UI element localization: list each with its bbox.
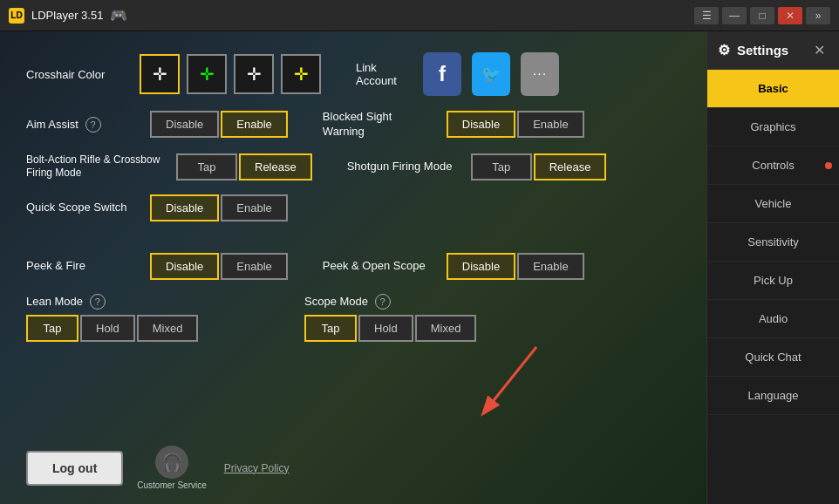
twitter-btn[interactable]: 🐦 [472, 52, 510, 96]
aim-assist-toggle: Disable Enable [150, 111, 288, 138]
blocked-sight-enable[interactable]: Enable [517, 111, 583, 138]
logout-button[interactable]: Log out [26, 451, 123, 486]
facebook-btn[interactable]: f [423, 52, 461, 96]
crosshair-options: ✛ ✛ ✛ ✛ [140, 54, 321, 94]
close-btn[interactable]: ✕ [778, 7, 802, 24]
app-icon: LD [9, 8, 24, 24]
gear-icon: ⚙ [718, 42, 730, 58]
twitter-icon: 🐦 [481, 65, 501, 84]
main-layout: Crosshair Color ✛ ✛ ✛ ✛ Link Account f 🐦 [0, 31, 839, 504]
extra-btn[interactable]: » [806, 7, 830, 24]
facebook-icon: f [439, 62, 446, 86]
quick-scope-label: Quick Scope Switch [26, 201, 140, 215]
crosshair-section: Crosshair Color ✛ ✛ ✛ ✛ [26, 54, 321, 94]
quick-scope-section: Quick Scope Switch Disable Enable [26, 194, 288, 221]
shotgun-release[interactable]: Release [534, 153, 607, 180]
other-social-btn[interactable]: ··· [521, 52, 559, 96]
bolt-action-label: Bolt-Action Rifle & Crossbow Firing Mode [26, 153, 166, 180]
customer-service-label: Customer Service [137, 480, 206, 490]
aim-assist-label: Aim Assist ? [26, 117, 140, 133]
scope-mode-hold[interactable]: Hold [358, 315, 413, 342]
row-5: Peek & Fire Disable Enable Peek & Open S… [26, 253, 548, 280]
scope-mode-toggle: Tap Hold Mixed [304, 315, 476, 342]
game-area: Crosshair Color ✛ ✛ ✛ ✛ Link Account f 🐦 [0, 31, 706, 504]
crosshair-color-label: Crosshair Color [26, 68, 122, 81]
peek-fire-section: Peek & Fire Disable Enable [26, 253, 288, 280]
peek-scope-section: Peek & Open Scope Disable Enable [323, 253, 584, 280]
settings-nav-audio[interactable]: Audio [707, 300, 839, 338]
scope-mode-tap[interactable]: Tap [304, 315, 357, 342]
shotgun-tap[interactable]: Tap [471, 153, 532, 180]
settings-nav-quickchat[interactable]: Quick Chat [707, 338, 839, 377]
gamepad-icon: 🎮 [110, 7, 127, 24]
customer-service-icon: 🎧 [155, 446, 188, 479]
settings-nav-graphics[interactable]: Graphics [707, 108, 839, 146]
scope-mode-label: Scope Mode ? [304, 294, 391, 310]
spacer [26, 235, 548, 239]
scope-mode-mixed[interactable]: Mixed [415, 315, 477, 342]
settings-nav-pickup[interactable]: Pick Up [707, 262, 839, 300]
scope-mode-help[interactable]: ? [375, 294, 391, 310]
blocked-sight-disable[interactable]: Disable [447, 111, 515, 138]
blocked-sight-label: Blocked Sight Warning [323, 110, 436, 140]
row-1: Crosshair Color ✛ ✛ ✛ ✛ Link Account f 🐦 [26, 52, 548, 96]
row-2: Aim Assist ? Disable Enable Blocked Sigh… [26, 110, 548, 140]
headset-icon: 🎧 [161, 452, 183, 473]
aim-assist-enable[interactable]: Enable [221, 111, 287, 138]
privacy-policy-link[interactable]: Privacy Policy [224, 462, 290, 474]
peek-scope-toggle: Disable Enable [447, 253, 584, 280]
blocked-sight-section: Blocked Sight Warning Disable Enable [323, 110, 584, 140]
quick-scope-enable[interactable]: Enable [221, 194, 287, 221]
quick-scope-toggle: Disable Enable [150, 194, 288, 221]
settings-nav-vehicle[interactable]: Vehicle [707, 185, 839, 223]
crosshair-opt-3[interactable]: ✛ [234, 54, 274, 94]
peek-fire-enable[interactable]: Enable [221, 253, 287, 280]
app-title: LDPlayer 3.51 [31, 9, 103, 22]
settings-nav-controls[interactable]: Controls [707, 146, 839, 185]
settings-nav-sensitivity[interactable]: Sensitivity [707, 223, 839, 262]
crosshair-opt-1[interactable]: ✛ [140, 54, 180, 94]
bolt-action-release[interactable]: Release [239, 153, 312, 180]
peek-fire-toggle: Disable Enable [150, 253, 288, 280]
lean-mode-help[interactable]: ? [90, 294, 106, 310]
lean-mode-label: Lean Mode ? [26, 294, 106, 310]
lean-mode-section: Lean Mode ? Tap Hold Mixed [26, 294, 269, 342]
bolt-action-section: Bolt-Action Rifle & Crossbow Firing Mode… [26, 153, 312, 180]
lean-mode-toggle: Tap Hold Mixed [26, 315, 198, 342]
shotgun-section: Shotgun Firing Mode Tap Release [347, 153, 607, 180]
lean-mode-mixed[interactable]: Mixed [137, 315, 199, 342]
settings-nav: Basic Graphics Controls Vehicle Sensitiv… [707, 70, 839, 415]
settings-header: ⚙ Settings ✕ [707, 31, 839, 70]
quick-scope-disable[interactable]: Disable [150, 194, 219, 221]
menu-btn[interactable]: ☰ [694, 7, 719, 24]
shotgun-label: Shotgun Firing Mode [347, 160, 460, 174]
peek-fire-disable[interactable]: Disable [150, 253, 219, 280]
footer-row: Log out 🎧 Customer Service Privacy Polic… [26, 446, 289, 490]
minimize-btn[interactable]: — [722, 7, 747, 24]
aim-assist-help[interactable]: ? [85, 117, 101, 133]
crosshair-opt-2[interactable]: ✛ [187, 54, 227, 94]
aim-assist-disable[interactable]: Disable [150, 111, 219, 138]
row-6: Lean Mode ? Tap Hold Mixed Scope Mode ? [26, 294, 548, 342]
controls-dot [825, 162, 832, 169]
link-account-section: Link Account f 🐦 ··· [356, 52, 559, 96]
dots-icon: ··· [533, 66, 547, 82]
peek-scope-label: Peek & Open Scope [323, 259, 436, 274]
crosshair-opt-4[interactable]: ✛ [281, 54, 321, 94]
peek-scope-disable[interactable]: Disable [447, 253, 515, 280]
maximize-btn[interactable]: □ [750, 7, 774, 24]
peek-scope-enable[interactable]: Enable [517, 253, 583, 280]
customer-service[interactable]: 🎧 Customer Service [137, 446, 206, 490]
settings-nav-language[interactable]: Language [707, 377, 839, 415]
bolt-action-tap[interactable]: Tap [176, 153, 237, 180]
lean-mode-tap[interactable]: Tap [26, 315, 78, 342]
lean-mode-hold[interactable]: Hold [80, 315, 135, 342]
settings-nav-basic[interactable]: Basic [707, 70, 839, 108]
settings-close-button[interactable]: ✕ [809, 41, 829, 60]
row-4: Quick Scope Switch Disable Enable [26, 194, 548, 221]
title-bar-left: LD LDPlayer 3.51 🎮 [9, 7, 127, 24]
peek-fire-label: Peek & Fire [26, 259, 140, 274]
aim-assist-section: Aim Assist ? Disable Enable [26, 111, 288, 138]
link-account-label: Link Account [356, 61, 413, 87]
settings-panel: ⚙ Settings ✕ Basic Graphics Controls Veh… [706, 31, 839, 504]
